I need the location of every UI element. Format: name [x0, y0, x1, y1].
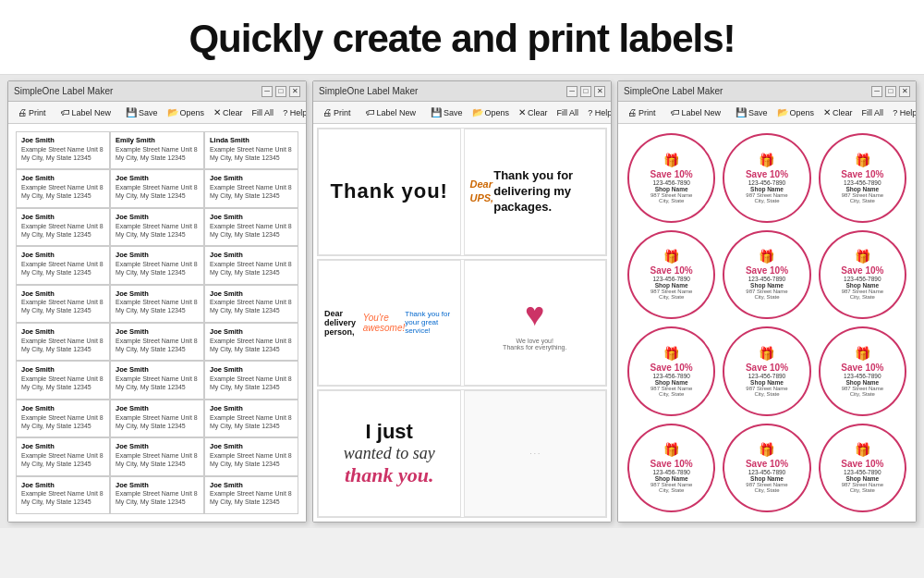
coupon-label-3: 🎁Save 10%123-456-7890Shop Name987 Street… [627, 230, 715, 320]
coupon-shop: Shop Name [750, 475, 784, 482]
coupon-city: City, State [850, 294, 875, 300]
label-name: Emily Smith [116, 136, 199, 145]
label-name: Joe Smith [116, 251, 199, 260]
label-line2: My City, My State 12345 [210, 306, 293, 314]
win2-close[interactable]: ✕ [594, 86, 605, 97]
card-dots-cell: · · · [464, 390, 607, 517]
win3-open-btn[interactable]: 📂 Opens [773, 105, 819, 120]
win2-labelnew-btn[interactable]: 🏷 Label New [362, 105, 420, 120]
card-thankyou-cell: Thank you! [318, 129, 461, 255]
label-line2: My City, My State 12345 [116, 422, 199, 430]
win2-fillall-btn[interactable]: Fill All [553, 105, 583, 120]
dear-ups-text: Dear UPS, [470, 178, 494, 206]
coupon-phone: 123-456-7890 [844, 179, 881, 186]
win2-clear-btn[interactable]: ✕ Clear [515, 105, 552, 120]
card-ups-cell: Dear UPS, Thank you for delivering my pa… [464, 129, 607, 255]
win2-maximize[interactable]: □ [580, 86, 591, 97]
label-name: Joe Smith [210, 442, 293, 451]
window-3: SimpleOne Label Maker ─ □ ✕ 🖨 Print 🏷 La… [617, 80, 917, 523]
win2-help-btn[interactable]: ? Help [584, 105, 612, 120]
win2-controls: ─ □ ✕ [566, 86, 605, 97]
coupon-city: City, State [659, 294, 684, 300]
ijust-line1: I just [366, 420, 413, 444]
win3-fillall-btn[interactable]: Fill All [858, 105, 888, 120]
address-label-grid: Joe SmithExample Street Name Unit 8My Ci… [8, 124, 306, 522]
gift-icon: 🎁 [663, 153, 679, 167]
win3-labelnew-btn[interactable]: 🏷 Label New [667, 105, 725, 120]
label-line1: Example Street Name Unit 8 [210, 451, 293, 460]
coupon-shop: Shop Name [845, 282, 879, 289]
coupon-shop: Shop Name [655, 379, 688, 386]
win1-maximize[interactable]: □ [275, 86, 286, 97]
label-line2: My City, My State 12345 [210, 498, 293, 506]
label-line1: Example Street Name Unit 8 [210, 413, 293, 422]
coupon-city: City, State [850, 487, 875, 493]
address-label-18: Joe SmithExample Street Name Unit 8My Ci… [16, 361, 110, 399]
card-heart-cell: ♥ We love you! Thanks for everything. [464, 260, 607, 387]
label-name: Joe Smith [21, 481, 104, 490]
win3-close[interactable]: ✕ [899, 86, 910, 97]
label-line1: Example Street Name Unit 8 [116, 298, 199, 306]
address-label-27: Joe SmithExample Street Name Unit 8My Ci… [16, 476, 110, 514]
win2-open-btn[interactable]: 📂 Opens [468, 105, 514, 120]
win3-controls: ─ □ ✕ [871, 86, 910, 97]
cards-grid: Thank you! Dear UPS, Thank you for deliv… [313, 124, 611, 522]
label-icon: 🏷 [61, 107, 70, 117]
thankyou-text: Thank you! [331, 179, 448, 203]
gift-icon: 🎁 [855, 442, 870, 457]
save-icon-3: 💾 [736, 107, 747, 117]
win1-save-btn[interactable]: 💾 Save [122, 105, 162, 120]
win2-minimize[interactable]: ─ [566, 86, 578, 97]
coupon-phone: 123-456-7890 [844, 373, 881, 379]
label-line1: Example Street Name Unit 8 [210, 375, 293, 383]
label-line2: My City, My State 12345 [210, 345, 293, 353]
win1-help-btn[interactable]: ? Help [279, 105, 307, 120]
label-line1: Example Street Name Unit 8 [21, 375, 104, 383]
win1-labelnew-btn[interactable]: 🏷 Label New [57, 105, 116, 120]
coupon-phone: 123-456-7890 [652, 373, 689, 379]
hero-title: Quickly create and print labels! [9, 17, 915, 61]
win3-minimize[interactable]: ─ [871, 86, 882, 97]
win3-help-btn[interactable]: ? Help [889, 105, 917, 120]
coupon-label-10: 🎁Save 10%123-456-7890Shop Name987 Street… [723, 424, 810, 513]
label-line2: My City, My State 12345 [210, 154, 293, 162]
label-name: Joe Smith [116, 481, 199, 490]
label-name: Joe Smith [116, 327, 199, 337]
label-line1: Example Street Name Unit 8 [116, 260, 199, 268]
ijust-line3: thank you. [345, 463, 434, 487]
win1-clear-btn[interactable]: ✕ Clear [210, 105, 247, 120]
win3-save-btn[interactable]: 💾 Save [732, 105, 772, 120]
address-label-29: Joe SmithExample Street Name Unit 8My Ci… [204, 476, 298, 514]
gift-icon: 🎁 [759, 442, 774, 457]
win3-print-btn[interactable]: 🖨 Print [624, 105, 660, 120]
gift-icon: 🎁 [759, 249, 774, 264]
window-1: SimpleOne Label Maker ─ □ ✕ 🖨 Print 🏷 La… [7, 80, 307, 523]
coupon-save-text: Save 10% [746, 169, 788, 179]
card-row-3: I just wanted to say thank you. · · · [317, 389, 607, 518]
gift-icon: 🎁 [855, 346, 870, 361]
win1-print-btn[interactable]: 🖨 Print [14, 105, 50, 120]
address-label-12: Joe SmithExample Street Name Unit 8My Ci… [16, 285, 110, 323]
label-name: Joe Smith [116, 174, 199, 183]
win1-open-btn[interactable]: 📂 Opens [164, 105, 209, 120]
label-line2: My City, My State 12345 [116, 268, 199, 277]
coupon-phone: 123-456-7890 [748, 373, 785, 379]
label-line1: Example Street Name Unit 8 [210, 222, 293, 230]
win1-close[interactable]: ✕ [289, 86, 300, 97]
win3-maximize[interactable]: □ [885, 86, 896, 97]
win1-content: Joe SmithExample Street Name Unit 8My Ci… [8, 124, 306, 522]
win2-print-btn[interactable]: 🖨 Print [319, 105, 355, 120]
win1-fillall-btn[interactable]: Fill All [249, 105, 278, 120]
label-line1: Example Street Name Unit 8 [116, 337, 199, 345]
win3-clear-btn[interactable]: ✕ Clear [820, 105, 857, 120]
label-name: Joe Smith [21, 289, 104, 299]
label-icon-3: 🏷 [671, 107, 680, 117]
coupon-label-8: 🎁Save 10%123-456-7890Shop Name987 Street… [819, 326, 906, 416]
label-line1: Example Street Name Unit 8 [210, 260, 293, 268]
win2-save-btn[interactable]: 💾 Save [427, 105, 467, 120]
label-name: Joe Smith [21, 365, 104, 375]
coupon-phone: 123-456-7890 [748, 179, 785, 186]
coupon-save-text: Save 10% [650, 363, 693, 373]
coupon-city: City, State [659, 487, 684, 493]
win1-minimize[interactable]: ─ [261, 86, 273, 97]
